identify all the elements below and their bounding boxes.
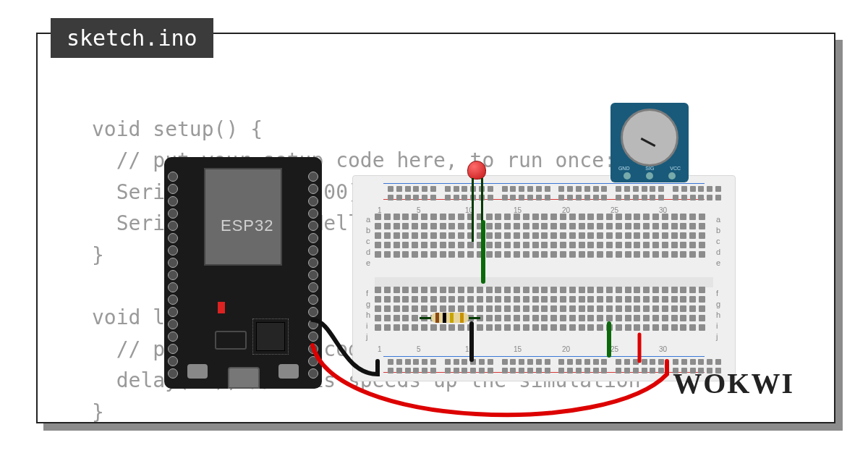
file-tab[interactable]: sketch.ino bbox=[51, 18, 213, 58]
esp32-en-button[interactable] bbox=[278, 364, 299, 379]
led-leg-anode bbox=[481, 178, 483, 242]
breadboard[interactable]: aabbccddeeffgghhiijj11551010151520202525… bbox=[352, 175, 736, 381]
resistor-component[interactable] bbox=[421, 313, 479, 323]
resistor-band-4 bbox=[460, 313, 464, 323]
led-leg-cathode bbox=[472, 178, 474, 242]
esp32-board[interactable]: ESP32 bbox=[164, 157, 322, 389]
potentiometer-module[interactable]: GND SIG VCC bbox=[610, 103, 689, 182]
resistor-band-2 bbox=[443, 313, 446, 323]
breadboard-top-rail bbox=[366, 179, 722, 205]
esp32-usb-port bbox=[228, 367, 260, 389]
resistor-lead-right bbox=[469, 317, 480, 319]
led-dome bbox=[467, 161, 486, 180]
resistor-body bbox=[431, 313, 469, 323]
esp32-pins-left bbox=[168, 172, 178, 381]
potentiometer-knob[interactable] bbox=[621, 109, 678, 166]
potentiometer-pins bbox=[624, 172, 676, 180]
breadboard-center-gap bbox=[375, 277, 713, 287]
editor-card: void setup() { // put your setup code he… bbox=[36, 33, 835, 423]
esp32-usb-chip bbox=[256, 322, 285, 351]
potentiometer-pin-labels: GND SIG VCC bbox=[610, 166, 689, 171]
esp32-pins-right bbox=[308, 172, 318, 381]
led-component[interactable] bbox=[467, 161, 488, 190]
breadboard-bottom-rail bbox=[366, 352, 722, 378]
esp32-label: ESP32 bbox=[221, 216, 274, 235]
resistor-lead-left bbox=[420, 317, 431, 319]
esp32-power-led bbox=[218, 302, 225, 313]
esp32-boot-button[interactable] bbox=[187, 364, 208, 379]
resistor-band-1 bbox=[435, 313, 439, 323]
resistor-band-3 bbox=[450, 313, 454, 323]
wokwi-logo: WOKWI bbox=[673, 366, 794, 400]
esp32-oscillator bbox=[215, 331, 247, 350]
breadboard-upper-field bbox=[375, 214, 713, 270]
